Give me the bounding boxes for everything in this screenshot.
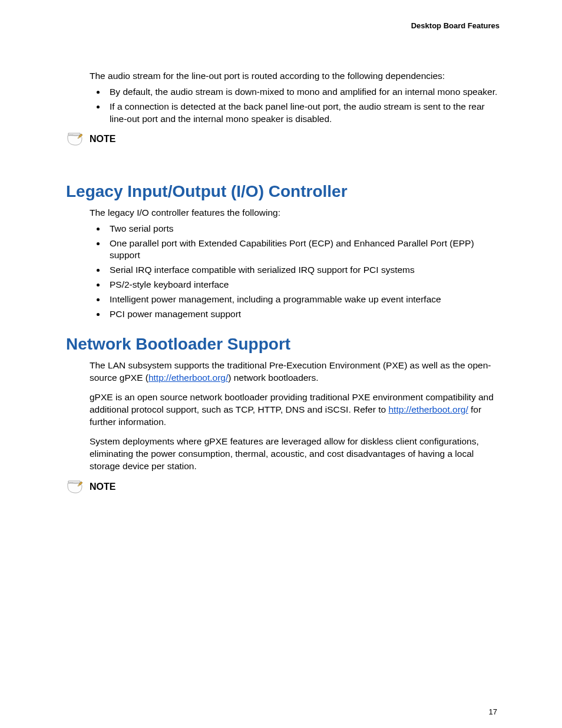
- svg-text:NOTE: NOTE: [70, 133, 74, 135]
- list-item: PCI power management support: [106, 308, 500, 321]
- note-icon: NOTE: [66, 131, 84, 147]
- section-heading-legacy-io: Legacy Input/Output (I/O) Controller: [66, 182, 500, 201]
- section2-paragraph-3: System deployments where gPXE features a…: [90, 436, 500, 473]
- note-icon: NOTE: [66, 479, 84, 495]
- section2-paragraph-2: gPXE is an open source network bootloade…: [90, 391, 500, 429]
- intro-paragraph: The audio stream for the line-out port i…: [90, 70, 500, 83]
- text-fragment: ) network bootloaders.: [228, 373, 318, 383]
- section1-bullet-list: Two serial ports One parallel port with …: [90, 223, 500, 321]
- list-item: One parallel port with Extended Capabili…: [106, 238, 500, 262]
- list-item: Two serial ports: [106, 223, 500, 235]
- page-number: 17: [489, 707, 497, 716]
- note-label: NOTE: [90, 134, 115, 144]
- section-heading-network-bootloader: Network Bootloader Support: [66, 335, 500, 354]
- etherboot-link[interactable]: http://etherboot.org/: [388, 404, 468, 414]
- section2-paragraph-1: The LAN subsystem supports the tradition…: [90, 360, 500, 384]
- note-label: NOTE: [90, 482, 115, 492]
- page-header: Desktop Board Features: [66, 21, 500, 30]
- svg-text:NOTE: NOTE: [70, 482, 74, 483]
- etherboot-link[interactable]: http://etherboot.org/: [148, 373, 228, 383]
- document-page: Desktop Board Features The audio stream …: [0, 0, 562, 728]
- list-item: Intelligent power management, including …: [106, 294, 500, 306]
- note-callout: NOTE NOTE: [66, 131, 500, 147]
- note-callout: NOTE NOTE: [66, 479, 500, 495]
- list-item: By default, the audio stream is down-mix…: [106, 86, 500, 98]
- list-item: PS/2-style keyboard interface: [106, 279, 500, 291]
- list-item: Serial IRQ interface compatible with ser…: [106, 264, 500, 276]
- list-item: If a connection is detected at the back …: [106, 101, 500, 126]
- intro-bullet-list: By default, the audio stream is down-mix…: [90, 86, 500, 126]
- section1-intro: The legacy I/O controller features the f…: [90, 207, 500, 219]
